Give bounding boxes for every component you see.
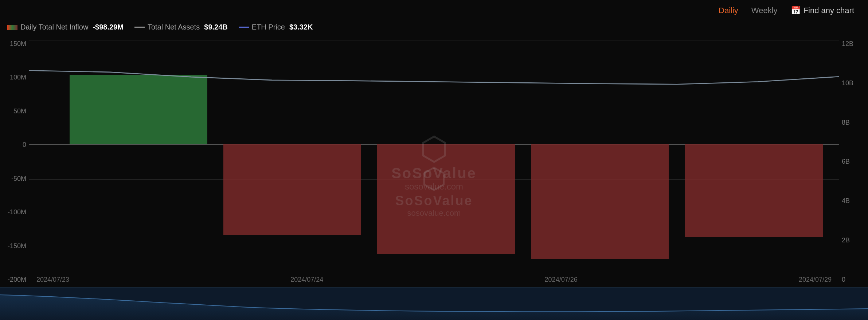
chart-legend: Daily Total Net Inflow -$98.29M Total Ne… <box>4 20 316 34</box>
y-axis-left: 150M 100M 50M 0 -50M -100M -150M -200M <box>0 40 29 284</box>
x-label-2: 2024/07/26 <box>545 276 578 284</box>
y-label-100m: 100M <box>3 74 26 81</box>
x-axis-labels: 2024/07/23 2024/07/24 2024/07/26 2024/07… <box>29 269 839 284</box>
find-chart-label: Find any chart <box>804 6 854 15</box>
weekly-tab[interactable]: Weekly <box>745 4 784 17</box>
x-label-3: 2024/07/29 <box>799 276 832 284</box>
y-right-12b: 12B <box>842 40 865 48</box>
chart-plot: ⬡ SoSoValue sosovalue.com ⬡ SoSoValue so… <box>29 40 839 284</box>
y-axis-right: 12B 10B 8B 6B 4B 2B 0 <box>839 40 868 284</box>
y-right-6b: 6B <box>842 158 865 165</box>
find-chart-button[interactable]: 📅 Find any chart <box>784 4 861 17</box>
top-bar: Dailiy Weekly 📅 Find any chart <box>705 0 868 21</box>
net-inflow-value: -$98.29M <box>93 23 124 31</box>
net-inflow-label: Daily Total Net Inflow <box>20 23 88 31</box>
eth-price-value: $3.32K <box>289 23 313 31</box>
y-label-neg150m: -150M <box>3 242 26 250</box>
y-label-neg50m: -50M <box>3 175 26 183</box>
total-assets-label: Total Net Assets <box>148 23 200 31</box>
eth-price-color-indicator <box>239 27 249 28</box>
legend-net-inflow: Daily Total Net Inflow -$98.29M <box>7 23 124 31</box>
y-right-8b: 8B <box>842 119 865 126</box>
y-label-neg200m: -200M <box>3 276 26 284</box>
mini-chart[interactable] <box>0 287 868 320</box>
calendar-icon: 📅 <box>791 6 801 15</box>
y-label-0: 0 <box>3 141 26 149</box>
mini-chart-svg <box>0 288 868 320</box>
legend-eth-price: ETH Price $3.32K <box>239 23 313 31</box>
y-right-10b: 10B <box>842 79 865 87</box>
total-assets-value: $9.24B <box>204 23 228 31</box>
legend-total-assets: Total Net Assets $9.24B <box>134 23 228 31</box>
chart-area: 150M 100M 50M 0 -50M -100M -150M -200M 1… <box>0 40 868 284</box>
y-right-2b: 2B <box>842 237 865 244</box>
y-label-50m: 50M <box>3 108 26 115</box>
total-assets-line-svg <box>29 40 839 284</box>
y-label-neg100m: -100M <box>3 208 26 216</box>
total-assets-color-indicator <box>134 27 145 28</box>
eth-price-label: ETH Price <box>252 23 285 31</box>
net-inflow-color-indicator <box>7 25 17 30</box>
y-right-0: 0 <box>842 276 865 284</box>
daily-tab[interactable]: Dailiy <box>712 4 745 17</box>
x-label-0: 2024/07/23 <box>36 276 69 284</box>
y-label-150m: 150M <box>3 40 26 48</box>
y-right-4b: 4B <box>842 197 865 205</box>
x-label-1: 2024/07/24 <box>290 276 323 284</box>
